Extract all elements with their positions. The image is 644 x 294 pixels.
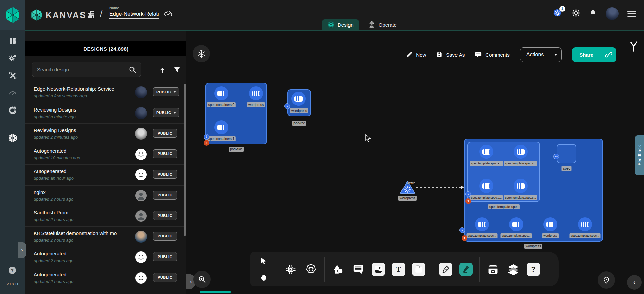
design-list-item[interactable]: Santhosh-Prom updated 2 hours ago PUBLIC <box>25 206 186 226</box>
validate-button[interactable] <box>629 41 639 54</box>
filter-designs-button[interactable] <box>173 65 181 74</box>
node-container[interactable] <box>214 120 228 134</box>
user-avatar[interactable] <box>606 7 619 20</box>
meshery-logo[interactable] <box>0 0 25 30</box>
design-name-input[interactable] <box>109 10 159 19</box>
design-list-item[interactable]: Autogenerated updated 2 hours ago PUBLIC <box>25 268 186 288</box>
kubernetes-tool[interactable] <box>304 263 318 276</box>
node-spec[interactable] <box>557 144 576 163</box>
settings-button[interactable] <box>572 9 580 19</box>
sidebar-item-lifecycle[interactable] <box>8 54 17 62</box>
sidebar-item-configuration[interactable] <box>8 71 17 80</box>
design-list-item[interactable]: K8 Statefulset demonstration with mo upd… <box>25 226 186 247</box>
visibility-badge[interactable]: PUBLIC <box>153 191 177 200</box>
node-container[interactable] <box>475 217 489 231</box>
menu-button[interactable] <box>627 11 636 17</box>
smiley-avatar-icon <box>135 148 147 160</box>
sidebar-expand-button[interactable]: › <box>18 242 26 258</box>
shapes-tool[interactable] <box>331 263 345 276</box>
visibility-badge[interactable]: PUBLIC <box>153 273 177 282</box>
node-container[interactable] <box>249 86 263 100</box>
node-label: spec.template.spec.s... <box>504 195 537 200</box>
toolbar-divider <box>324 257 325 282</box>
sidebar-item-extensions[interactable] <box>8 106 17 115</box>
collapse-right-button[interactable]: ‹ <box>627 275 642 290</box>
comments-button[interactable]: Comments <box>475 51 510 58</box>
design-list-item[interactable]: Reviewing Designs updated 2 minutes ago … <box>25 123 186 144</box>
copy-link-button[interactable] <box>601 47 616 62</box>
tab-operate[interactable]: Operate <box>362 19 402 30</box>
actions-dropdown[interactable] <box>550 48 561 62</box>
visibility-badge[interactable]: PUBLIC <box>153 170 177 179</box>
save-as-button[interactable]: Save As <box>436 51 465 58</box>
node-container[interactable] <box>514 179 528 193</box>
k8s-badge[interactable] <box>553 154 559 159</box>
design-list-item[interactable]: Edge-Network-Relationship: Service updat… <box>25 82 186 103</box>
node-container[interactable] <box>514 145 528 159</box>
sidebar-item-kanvas[interactable] <box>8 134 17 142</box>
k8s-badge[interactable] <box>465 191 471 197</box>
design-list-item[interactable]: Autogenerated updated 2 hours ago PUBLIC <box>25 247 186 268</box>
node-label: wordpress <box>398 196 417 201</box>
text-tool[interactable]: T <box>392 263 405 276</box>
design-search-input[interactable] <box>32 62 123 77</box>
error-badge[interactable]: 3 <box>465 198 471 204</box>
notifications-button[interactable] <box>589 9 597 18</box>
design-list-item[interactable]: Reviewing Designs updated a minute ago P… <box>25 103 186 124</box>
help-button[interactable]: ? <box>9 267 16 274</box>
visibility-badge[interactable]: PUBLIC <box>153 129 177 138</box>
node-container[interactable] <box>509 217 523 231</box>
error-badge[interactable]: 2 <box>204 140 209 146</box>
sidebar-item-dashboard[interactable] <box>8 36 17 45</box>
node-container[interactable] <box>543 217 557 231</box>
visibility-badge[interactable]: PUBLIC <box>153 149 177 158</box>
actions-split-button[interactable]: Actions <box>520 47 562 62</box>
zoom-button[interactable] <box>193 271 211 288</box>
import-design-button[interactable] <box>158 65 167 74</box>
help-tool[interactable]: ? <box>527 263 540 276</box>
sticky-note-tool[interactable] <box>412 263 425 276</box>
search-icon[interactable] <box>128 66 137 75</box>
error-badge[interactable]: 1 <box>462 235 467 241</box>
visibility-badge[interactable]: PUBLIC <box>153 252 177 261</box>
pan-tool[interactable] <box>257 271 270 284</box>
node-container[interactable] <box>479 145 493 159</box>
feedback-tab[interactable]: Feedback <box>635 135 644 175</box>
visibility-badge[interactable]: PUBLIC <box>153 108 179 117</box>
node-container[interactable] <box>578 217 592 231</box>
k8s-badge[interactable] <box>204 134 209 140</box>
kanvas-brand[interactable]: KANVAS <box>31 9 87 21</box>
k8s-context-switcher[interactable]: 1 <box>552 8 563 19</box>
designs-scrollbar[interactable] <box>184 84 186 236</box>
layers-tool[interactable] <box>506 263 520 276</box>
organization-button[interactable] <box>87 10 95 20</box>
visibility-badge[interactable]: PUBLIC <box>153 232 177 241</box>
sidebar-item-performance[interactable] <box>8 88 17 97</box>
tab-design[interactable]: Design <box>322 19 359 30</box>
dock-button[interactable] <box>598 271 615 289</box>
canvas-menu-button[interactable] <box>193 45 210 62</box>
design-list-item[interactable]: Autogenerated updated an hour ago PUBLIC <box>25 164 186 185</box>
design-list-item[interactable]: Autogenerated updated 10 minutes ago PUB… <box>25 144 186 165</box>
k8s-badge[interactable] <box>459 227 465 233</box>
image-tool[interactable] <box>372 263 385 276</box>
node-container[interactable] <box>214 86 228 100</box>
pen-tool[interactable] <box>439 263 452 276</box>
visibility-badge[interactable]: PUBLIC <box>153 87 179 96</box>
new-button[interactable]: New <box>406 51 426 58</box>
annotation-tool[interactable] <box>352 263 365 276</box>
visibility-badge[interactable]: PUBLIC <box>153 211 177 220</box>
k8s-badge[interactable] <box>284 103 290 109</box>
components-tool[interactable] <box>284 263 298 276</box>
share-split-button[interactable]: Share <box>572 47 616 62</box>
question-icon: ? <box>11 268 14 273</box>
node-container[interactable] <box>479 179 493 193</box>
design-list-item[interactable]: nginx updated 2 hours ago PUBLIC <box>25 185 186 206</box>
node-container[interactable] <box>291 92 306 106</box>
drawer-tool[interactable] <box>486 263 500 276</box>
freehand-draw-tool[interactable] <box>459 263 473 276</box>
design-canvas[interactable]: New Save As Comments Actions Share spec.… <box>186 31 644 294</box>
edge-service-to-deployment[interactable] <box>416 187 462 188</box>
select-tool[interactable] <box>257 254 270 268</box>
node-pod-template[interactable] <box>467 142 540 202</box>
